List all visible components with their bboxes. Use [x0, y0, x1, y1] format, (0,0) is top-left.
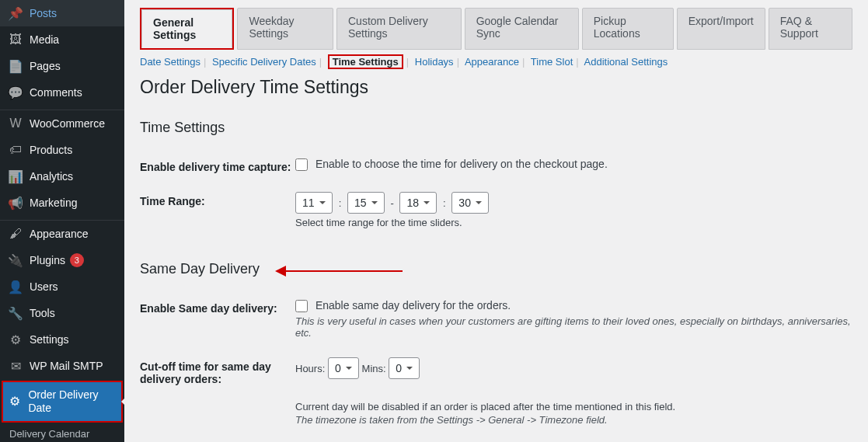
analytics-icon: 📊 [8, 169, 23, 184]
sidebar-item-analytics[interactable]: 📊 Analytics [0, 163, 124, 190]
tab-weekday-settings[interactable]: Weekday Settings [237, 8, 333, 50]
subnav-appearance[interactable]: Appearance [465, 56, 519, 68]
cutoff-hours-select[interactable]: 0 [328, 357, 359, 379]
sidebar-item-order-delivery-date[interactable]: ⚙ Order Delivery Date [3, 382, 121, 421]
field-enable-time-capture: Enable delivery time capture: Enable to … [140, 148, 852, 183]
sidebar-label: Pages [30, 60, 61, 72]
sidebar-label: Comments [30, 86, 82, 99]
field-label: Enable delivery time capture: [140, 158, 295, 173]
enable-time-checkbox[interactable] [295, 158, 308, 171]
tab-faq-support[interactable]: FAQ & Support [769, 8, 852, 50]
plugins-update-badge: 3 [70, 253, 84, 267]
field-label: Enable Same day delivery: [140, 299, 295, 315]
tab-custom-delivery-settings[interactable]: Custom Delivery Settings [336, 8, 462, 50]
primary-tabs: General Settings Weekday Settings Custom… [140, 8, 852, 50]
sidebar-label: Analytics [30, 170, 73, 183]
sidebar-item-woocommerce[interactable]: W WooCommerce [0, 110, 124, 137]
marketing-icon: 📢 [8, 195, 23, 211]
sidebar-label: Products [30, 144, 72, 156]
sidebar-label: Plugins [30, 254, 65, 266]
arrow-line [286, 270, 403, 272]
section-title-same-day-delivery: Same Day Delivery [140, 261, 260, 277]
highlight-box: Time Settings [328, 54, 403, 69]
sidebar-label: Posts [30, 7, 57, 19]
mins-label: Mins: [362, 363, 386, 374]
subnav-date-settings[interactable]: Date Settings [140, 56, 200, 68]
checkbox-text: Enable same day delivery for the orders. [315, 299, 511, 311]
subnav-additional-settings[interactable]: Additional Settings [584, 56, 668, 68]
time-range-group: 11 : 15 - 18 : 30 [295, 197, 489, 209]
sidebar-item-marketing[interactable]: 📢 Marketing [0, 190, 124, 216]
gear-icon: ⚙ [8, 394, 22, 409]
sidebar-item-plugins[interactable]: 🔌 Plugins 3 [0, 247, 124, 273]
products-icon: 🏷 [8, 142, 23, 158]
page-title: Order Delivery Time Settings [140, 77, 852, 98]
sidebar-item-settings[interactable]: ⚙ Settings [0, 326, 124, 353]
sidebar-label: Order Delivery Date [28, 388, 117, 415]
pin-icon: 📌 [8, 5, 23, 21]
users-icon: 👤 [8, 279, 23, 294]
sidebar-item-media[interactable]: 🖼 Media [0, 26, 124, 53]
field-enable-same-day: Enable Same day delivery: Enable same da… [140, 290, 852, 348]
tab-export-import[interactable]: Export/Import [677, 8, 765, 50]
appearance-icon: 🖌 [8, 226, 23, 242]
sidebar-item-products[interactable]: 🏷 Products [0, 137, 124, 163]
section-title-time-settings: Time Settings [140, 120, 225, 136]
woo-icon: W [8, 116, 23, 131]
sidebar-label: Appearance [30, 228, 89, 240]
mail-icon: ✉ [8, 358, 23, 374]
highlight-box: ⚙ Order Delivery Date [2, 381, 123, 423]
same-day-checkbox-label[interactable]: Enable same day delivery for the orders. [295, 299, 511, 311]
pages-icon: 📄 [8, 58, 23, 74]
plugins-icon: 🔌 [8, 252, 23, 268]
highlight-box: General Settings [140, 8, 234, 50]
admin-sidebar: 📌 Posts 🖼 Media 📄 Pages 💬 Comments W Woo… [0, 0, 124, 442]
field-label: Time Range: [140, 192, 295, 207]
tab-google-calendar-sync[interactable]: Google Calendar Sync [465, 8, 579, 50]
media-icon: 🖼 [8, 32, 23, 47]
time-range-description: Select time range for the time sliders. [295, 217, 852, 228]
hours-label: Hours: [295, 363, 325, 374]
sidebar-item-posts[interactable]: 📌 Posts [0, 0, 124, 26]
sidebar-label: Tools [30, 307, 55, 319]
arrow-head-icon [275, 266, 286, 277]
subnav-specific-delivery-dates[interactable]: Specific Delivery Dates [212, 56, 316, 68]
cutoff-note-2: The timezone is taken from the Settings … [295, 414, 852, 426]
sidebar-item-appearance[interactable]: 🖌 Appearance [0, 221, 124, 247]
submenu-delivery-calendar[interactable]: Delivery Calendar [0, 424, 124, 442]
sidebar-item-pages[interactable]: 📄 Pages [0, 53, 124, 79]
sidebar-item-users[interactable]: 👤 Users [0, 273, 124, 300]
tab-general-settings[interactable]: General Settings [141, 9, 232, 48]
cutoff-note-1: Current day will be disabled if an order… [295, 401, 852, 412]
cutoff-mins-select[interactable]: 0 [389, 357, 420, 379]
tools-icon: 🔧 [8, 305, 23, 321]
subnav-holidays[interactable]: Holidays [415, 56, 454, 68]
field-time-range: Time Range: 11 : 15 - 18 : 30 Select tim… [140, 183, 852, 238]
time-range-end-hour[interactable]: 18 [399, 192, 437, 214]
tab-pickup-locations[interactable]: Pickup Locations [582, 8, 674, 50]
sidebar-item-tools[interactable]: 🔧 Tools [0, 300, 124, 326]
sidebar-label: WooCommerce [30, 117, 105, 130]
same-day-description: This is very useful in cases when your c… [295, 315, 852, 339]
same-day-checkbox[interactable] [295, 300, 308, 312]
sidebar-label: Marketing [30, 197, 77, 209]
annotation-arrow [275, 266, 403, 277]
field-cutoff-time: Cut-off time for same day delivery order… [140, 348, 852, 435]
subnav-time-slot[interactable]: Time Slot [531, 56, 573, 68]
field-label: Cut-off time for same day delivery order… [140, 357, 295, 385]
sidebar-label: Media [30, 33, 59, 46]
time-range-start-hour[interactable]: 11 [295, 192, 333, 214]
comments-icon: 💬 [8, 85, 23, 100]
sidebar-label: Users [30, 280, 58, 293]
settings-icon: ⚙ [8, 332, 23, 347]
enable-time-checkbox-label[interactable]: Enable to choose the time for delivery o… [295, 158, 608, 170]
sub-nav: Date Settings| Specific Delivery Dates| … [140, 56, 852, 68]
time-range-end-min[interactable]: 30 [451, 192, 489, 214]
subnav-time-settings[interactable]: Time Settings [329, 55, 402, 68]
time-range-start-min[interactable]: 15 [347, 192, 385, 214]
sidebar-item-comments[interactable]: 💬 Comments [0, 79, 124, 106]
sidebar-item-wpmailsmtp[interactable]: ✉ WP Mail SMTP [0, 353, 124, 379]
checkbox-text: Enable to choose the time for delivery o… [315, 158, 608, 170]
sidebar-label: WP Mail SMTP [30, 360, 103, 372]
sidebar-label: Settings [30, 333, 69, 346]
